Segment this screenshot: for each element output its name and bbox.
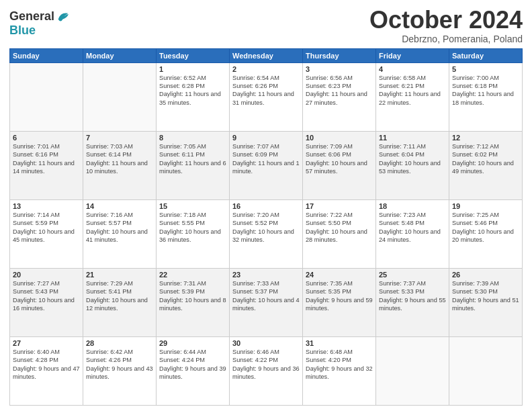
- day-info: Sunrise: 7:00 AM Sunset: 6:18 PM Dayligh…: [452, 74, 519, 107]
- calendar-cell: [10, 62, 83, 131]
- day-info: Sunrise: 7:27 AM Sunset: 5:43 PM Dayligh…: [13, 279, 80, 313]
- day-info: Sunrise: 6:44 AM Sunset: 4:24 PM Dayligh…: [159, 348, 226, 381]
- calendar-table: SundayMondayTuesdayWednesdayThursdayFrid…: [9, 48, 523, 406]
- day-number: 12: [452, 134, 519, 142]
- day-info: Sunrise: 7:03 AM Sunset: 6:14 PM Dayligh…: [86, 142, 153, 176]
- calendar-cell: 8Sunrise: 7:05 AM Sunset: 6:11 PM Daylig…: [157, 131, 230, 199]
- calendar-cell: 16Sunrise: 7:20 AM Sunset: 5:52 PM Dayli…: [230, 199, 303, 268]
- calendar-cell: 25Sunrise: 7:37 AM Sunset: 5:33 PM Dayli…: [376, 268, 449, 336]
- day-info: Sunrise: 7:16 AM Sunset: 5:57 PM Dayligh…: [86, 211, 153, 244]
- calendar-cell: 17Sunrise: 7:22 AM Sunset: 5:50 PM Dayli…: [303, 199, 376, 268]
- day-info: Sunrise: 7:14 AM Sunset: 5:59 PM Dayligh…: [13, 211, 80, 244]
- header-row: SundayMondayTuesdayWednesdayThursdayFrid…: [10, 48, 523, 62]
- day-info: Sunrise: 7:11 AM Sunset: 6:04 PM Dayligh…: [379, 142, 446, 176]
- day-number: 24: [306, 271, 373, 279]
- day-header-wednesday: Wednesday: [230, 48, 303, 62]
- day-info: Sunrise: 6:52 AM Sunset: 6:28 PM Dayligh…: [159, 74, 226, 107]
- day-number: 16: [232, 202, 300, 210]
- day-number: 14: [86, 202, 153, 210]
- day-number: 28: [86, 339, 153, 347]
- day-info: Sunrise: 7:39 AM Sunset: 5:30 PM Dayligh…: [452, 279, 519, 313]
- calendar-cell: 30Sunrise: 6:46 AM Sunset: 4:22 PM Dayli…: [230, 336, 303, 405]
- day-info: Sunrise: 6:58 AM Sunset: 6:21 PM Dayligh…: [379, 74, 446, 107]
- calendar-cell: 13Sunrise: 7:14 AM Sunset: 5:59 PM Dayli…: [10, 199, 83, 268]
- calendar-cell: 4Sunrise: 6:58 AM Sunset: 6:21 PM Daylig…: [376, 62, 449, 131]
- calendar-cell: 26Sunrise: 7:39 AM Sunset: 5:30 PM Dayli…: [449, 268, 523, 336]
- day-info: Sunrise: 7:07 AM Sunset: 6:09 PM Dayligh…: [232, 142, 300, 176]
- day-header-tuesday: Tuesday: [157, 48, 230, 62]
- calendar-week-row: 27Sunrise: 6:40 AM Sunset: 4:28 PM Dayli…: [10, 336, 523, 405]
- day-number: 29: [159, 339, 226, 347]
- day-info: Sunrise: 6:48 AM Sunset: 4:20 PM Dayligh…: [306, 348, 373, 381]
- calendar-cell: 2Sunrise: 6:54 AM Sunset: 6:26 PM Daylig…: [230, 62, 303, 131]
- logo-text-general: General: [9, 10, 54, 24]
- calendar-cell: 11Sunrise: 7:11 AM Sunset: 6:04 PM Dayli…: [376, 131, 449, 199]
- day-info: Sunrise: 7:23 AM Sunset: 5:48 PM Dayligh…: [379, 211, 446, 244]
- calendar-cell: 12Sunrise: 7:12 AM Sunset: 6:02 PM Dayli…: [449, 131, 523, 199]
- title-area: October 2024 Debrzno, Pomerania, Poland: [369, 7, 523, 44]
- day-number: 26: [452, 271, 519, 279]
- calendar-cell: 24Sunrise: 7:35 AM Sunset: 5:35 PM Dayli…: [303, 268, 376, 336]
- day-number: 9: [232, 134, 300, 142]
- day-info: Sunrise: 7:01 AM Sunset: 6:16 PM Dayligh…: [13, 142, 80, 176]
- day-number: 13: [13, 202, 80, 210]
- page: General Blue October 2024 Debrzno, Pomer…: [0, 0, 532, 411]
- calendar-cell: 29Sunrise: 6:44 AM Sunset: 4:24 PM Dayli…: [157, 336, 230, 405]
- calendar-cell: 9Sunrise: 7:07 AM Sunset: 6:09 PM Daylig…: [230, 131, 303, 199]
- day-info: Sunrise: 7:22 AM Sunset: 5:50 PM Dayligh…: [306, 211, 373, 244]
- calendar-cell: 18Sunrise: 7:23 AM Sunset: 5:48 PM Dayli…: [376, 199, 449, 268]
- day-info: Sunrise: 6:42 AM Sunset: 4:26 PM Dayligh…: [86, 348, 153, 381]
- location: Debrzno, Pomerania, Poland: [369, 34, 523, 44]
- day-number: 11: [379, 134, 446, 142]
- calendar-week-row: 1Sunrise: 6:52 AM Sunset: 6:28 PM Daylig…: [10, 62, 523, 131]
- logo: General Blue: [9, 9, 71, 38]
- day-info: Sunrise: 7:35 AM Sunset: 5:35 PM Dayligh…: [306, 279, 373, 313]
- day-number: 18: [379, 202, 446, 210]
- calendar-cell: 23Sunrise: 7:33 AM Sunset: 5:37 PM Dayli…: [230, 268, 303, 336]
- calendar-cell: 7Sunrise: 7:03 AM Sunset: 6:14 PM Daylig…: [83, 131, 157, 199]
- calendar-cell: 19Sunrise: 7:25 AM Sunset: 5:46 PM Dayli…: [449, 199, 523, 268]
- day-info: Sunrise: 7:31 AM Sunset: 5:39 PM Dayligh…: [159, 279, 226, 313]
- calendar-cell: [449, 336, 523, 405]
- day-info: Sunrise: 7:09 AM Sunset: 6:06 PM Dayligh…: [306, 142, 373, 176]
- day-number: 21: [86, 271, 153, 279]
- day-number: 8: [159, 134, 226, 142]
- day-number: 27: [13, 339, 80, 347]
- calendar-cell: 3Sunrise: 6:56 AM Sunset: 6:23 PM Daylig…: [303, 62, 376, 131]
- day-number: 31: [306, 339, 373, 347]
- day-number: 10: [306, 134, 373, 142]
- calendar-cell: 31Sunrise: 6:48 AM Sunset: 4:20 PM Dayli…: [303, 336, 376, 405]
- logo-text-blue: Blue: [9, 24, 36, 37]
- calendar-cell: 22Sunrise: 7:31 AM Sunset: 5:39 PM Dayli…: [157, 268, 230, 336]
- day-number: 30: [232, 339, 300, 347]
- day-number: 7: [86, 134, 153, 142]
- calendar-cell: 15Sunrise: 7:18 AM Sunset: 5:55 PM Dayli…: [157, 199, 230, 268]
- calendar-cell: 20Sunrise: 7:27 AM Sunset: 5:43 PM Dayli…: [10, 268, 83, 336]
- day-number: 25: [379, 271, 446, 279]
- day-number: 1: [159, 65, 226, 73]
- day-header-monday: Monday: [83, 48, 157, 62]
- day-number: 17: [306, 202, 373, 210]
- day-header-thursday: Thursday: [303, 48, 376, 62]
- calendar-cell: 27Sunrise: 6:40 AM Sunset: 4:28 PM Dayli…: [10, 336, 83, 405]
- calendar-cell: [83, 62, 157, 131]
- day-number: 4: [379, 65, 446, 73]
- day-number: 2: [232, 65, 300, 73]
- calendar-week-row: 6Sunrise: 7:01 AM Sunset: 6:16 PM Daylig…: [10, 131, 523, 199]
- day-number: 15: [159, 202, 226, 210]
- day-header-friday: Friday: [376, 48, 449, 62]
- calendar-cell: 10Sunrise: 7:09 AM Sunset: 6:06 PM Dayli…: [303, 131, 376, 199]
- day-info: Sunrise: 6:56 AM Sunset: 6:23 PM Dayligh…: [306, 74, 373, 107]
- day-number: 6: [13, 134, 80, 142]
- calendar-cell: 5Sunrise: 7:00 AM Sunset: 6:18 PM Daylig…: [449, 62, 523, 131]
- logo-bird-icon: [56, 9, 71, 24]
- calendar-cell: 6Sunrise: 7:01 AM Sunset: 6:16 PM Daylig…: [10, 131, 83, 199]
- day-number: 23: [232, 271, 300, 279]
- day-info: Sunrise: 7:29 AM Sunset: 5:41 PM Dayligh…: [86, 279, 153, 313]
- month-title: October 2024: [369, 7, 523, 34]
- day-info: Sunrise: 6:54 AM Sunset: 6:26 PM Dayligh…: [232, 74, 300, 107]
- day-info: Sunrise: 6:40 AM Sunset: 4:28 PM Dayligh…: [13, 348, 80, 381]
- day-info: Sunrise: 7:18 AM Sunset: 5:55 PM Dayligh…: [159, 211, 226, 244]
- calendar-cell: 21Sunrise: 7:29 AM Sunset: 5:41 PM Dayli…: [83, 268, 157, 336]
- day-info: Sunrise: 7:37 AM Sunset: 5:33 PM Dayligh…: [379, 279, 446, 313]
